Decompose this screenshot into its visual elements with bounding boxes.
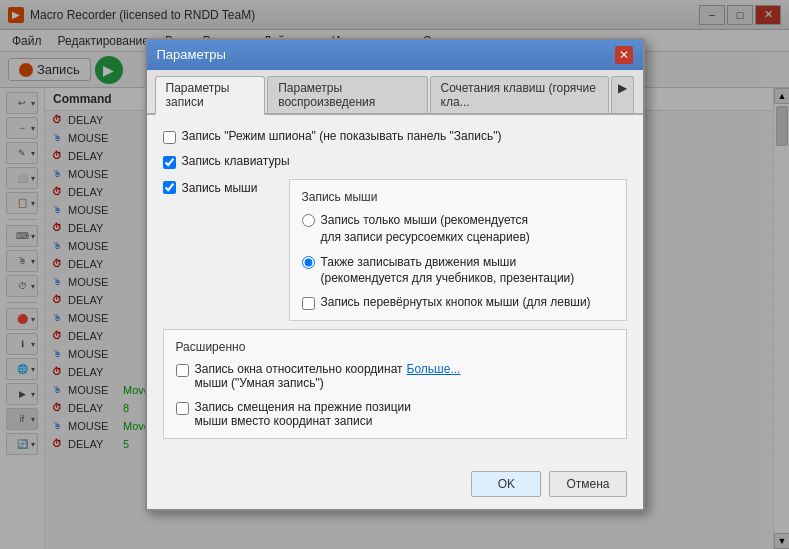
- radio-mouse-move[interactable]: [302, 256, 315, 269]
- smart-record-text: Запись окна относительно координатмыши (…: [195, 362, 403, 390]
- spy-mode-checkbox[interactable]: [163, 131, 176, 144]
- offset-record-row: Запись смещения на прежние позициимыши в…: [176, 400, 614, 428]
- cancel-button[interactable]: Отмена: [549, 471, 626, 497]
- offset-record-label[interactable]: Запись смещения на прежние позициимыши в…: [195, 400, 411, 428]
- inverted-mouse-row: Запись перевёрнутых кнопок мыши (для лев…: [302, 295, 614, 310]
- smart-record-row: Запись окна относительно координатмыши (…: [176, 362, 614, 390]
- radio-mouse-move-row: Также записывать движения мыши(рекоменду…: [302, 254, 614, 288]
- mouse-checkbox[interactable]: [163, 181, 176, 194]
- mouse-label[interactable]: Запись мыши: [182, 181, 258, 195]
- radio-mouse-only[interactable]: [302, 214, 315, 227]
- smart-record-label[interactable]: Запись окна относительно координатмыши (…: [195, 362, 461, 390]
- mouse-section: Запись мыши Запись только мыши (рекоменд…: [289, 179, 627, 321]
- smart-record-link[interactable]: Больше...: [407, 362, 461, 376]
- dialog-title: Параметры: [157, 47, 226, 62]
- tab-hotkeys[interactable]: Сочетания клавиш (горячие кла...: [430, 76, 610, 113]
- tab-playback-params[interactable]: Параметры воспроизведения: [267, 76, 427, 113]
- smart-record-checkbox[interactable]: [176, 364, 189, 377]
- tab-record-params[interactable]: Параметры записи: [155, 76, 266, 115]
- keyboard-checkbox[interactable]: [163, 156, 176, 169]
- radio-mouse-move-label[interactable]: Также записывать движения мыши(рекоменду…: [321, 254, 575, 288]
- tab-more[interactable]: ▶: [611, 76, 634, 113]
- radio-mouse-only-row: Запись только мыши (рекомендуетсядля зап…: [302, 212, 614, 246]
- settings-dialog: Параметры ✕ Параметры записи Параметры в…: [145, 38, 645, 511]
- dialog-close-button[interactable]: ✕: [615, 46, 633, 64]
- radio-mouse-only-label[interactable]: Запись только мыши (рекомендуетсядля зап…: [321, 212, 530, 246]
- inverted-label[interactable]: Запись перевёрнутых кнопок мыши (для лев…: [321, 295, 591, 309]
- keyboard-label[interactable]: Запись клавиатуры: [182, 154, 290, 168]
- dialog-buttons: OK Отмена: [147, 463, 643, 509]
- dialog-body: Запись "Режим шпиона" (не показывать пан…: [147, 115, 643, 463]
- offset-record-checkbox[interactable]: [176, 402, 189, 415]
- spy-mode-label[interactable]: Запись "Режим шпиона" (не показывать пан…: [182, 129, 502, 143]
- ok-button[interactable]: OK: [471, 471, 541, 497]
- advanced-title: Расширенно: [176, 340, 614, 354]
- advanced-section: Расширенно Запись окна относительно коор…: [163, 329, 627, 439]
- modal-overlay: Параметры ✕ Параметры записи Параметры в…: [0, 0, 789, 549]
- dialog-tabs: Параметры записи Параметры воспроизведен…: [147, 70, 643, 115]
- mouse-section-title: Запись мыши: [302, 190, 614, 204]
- dialog-title-bar: Параметры ✕: [147, 40, 643, 70]
- spy-mode-row: Запись "Режим шпиона" (не показывать пан…: [163, 129, 627, 144]
- keyboard-row: Запись клавиатуры: [163, 154, 627, 169]
- inverted-checkbox[interactable]: [302, 297, 315, 310]
